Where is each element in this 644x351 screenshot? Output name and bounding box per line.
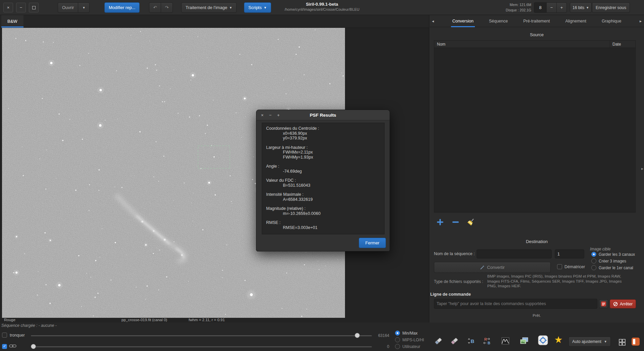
eraser-icon bbox=[450, 336, 459, 346]
single-view-button[interactable] bbox=[630, 337, 641, 347]
minus-icon: − bbox=[550, 5, 553, 10]
image-processing-label: Traitement de l'image bbox=[186, 5, 227, 10]
tab-graphique[interactable]: Graphique bbox=[602, 15, 621, 27]
psf-results-dialog: × − + PSF Results Coordonnées du Centroï… bbox=[256, 110, 390, 251]
command-log-button[interactable] bbox=[599, 299, 608, 308]
slider-track[interactable] bbox=[31, 335, 372, 336]
bit-format-dropdown[interactable]: 16 bits ▼ bbox=[570, 2, 592, 13]
truncate-checkbox[interactable] bbox=[2, 333, 7, 338]
dialog-titlebar[interactable]: × − + PSF Results bbox=[256, 110, 390, 120]
photometry-button[interactable] bbox=[538, 335, 548, 345]
scale-mips-row: MIPS-LO/HI bbox=[395, 337, 424, 342]
high-cut-slider[interactable] bbox=[31, 332, 372, 339]
low-cut-value: 0 bbox=[374, 344, 389, 349]
column-date[interactable]: Date bbox=[610, 41, 635, 48]
tabs-scroll-right-button[interactable]: ▸ bbox=[640, 15, 642, 27]
radio-keep-3-channels[interactable] bbox=[591, 252, 596, 257]
status-ready: Prêt. bbox=[430, 313, 644, 317]
tabs-scroll-left-button[interactable]: ◂ bbox=[432, 15, 434, 27]
tab-alignement[interactable]: Alignement bbox=[565, 15, 586, 27]
link-channels-icon[interactable] bbox=[9, 344, 16, 350]
slider-handle[interactable] bbox=[355, 333, 360, 338]
panel-expand-arrow[interactable]: ▸ bbox=[641, 166, 643, 171]
radio-keep-first-channel-label: Garder le 1er canal bbox=[599, 266, 633, 270]
dialog-close-button[interactable]: × bbox=[260, 113, 265, 118]
grid-view-button[interactable] bbox=[617, 337, 628, 347]
minimize-view-button[interactable]: − bbox=[16, 3, 26, 12]
slider-handle[interactable] bbox=[31, 344, 36, 349]
command-input[interactable] bbox=[434, 299, 597, 309]
slider-track[interactable] bbox=[31, 346, 372, 347]
user-label: Utilisateur bbox=[402, 344, 420, 349]
channel-label: Rouge bbox=[4, 318, 15, 322]
remove-files-button[interactable] bbox=[451, 218, 460, 226]
tab-sequence[interactable]: Séquence bbox=[489, 15, 508, 27]
redo-button[interactable]: ↷ bbox=[161, 2, 173, 13]
histogram-button[interactable] bbox=[500, 336, 511, 346]
memory-label: Mem: 121.6M bbox=[506, 2, 531, 7]
star-detection-button[interactable]: ★ bbox=[553, 335, 564, 345]
tab-conversion[interactable]: Conversion bbox=[452, 15, 474, 27]
restore-view-button[interactable] bbox=[29, 3, 39, 12]
restore-icon bbox=[32, 6, 36, 9]
blue-channel-swap-button[interactable]: B bbox=[465, 336, 476, 346]
add-files-button[interactable] bbox=[436, 218, 444, 226]
low-cut-slider[interactable] bbox=[31, 343, 372, 350]
radio-user[interactable] bbox=[395, 344, 400, 349]
radio-row-create-3-images: Créer 3 images bbox=[591, 258, 626, 264]
psf-section: Angle : -74.69deg bbox=[266, 164, 382, 174]
tab-pretraitement[interactable]: Pré-traitement bbox=[523, 15, 550, 27]
radio-row-keep-first-channel: Garder le 1er canal bbox=[591, 265, 633, 270]
dialog-minimize-button[interactable]: − bbox=[268, 113, 273, 118]
channel-swap-button[interactable]: R B bbox=[481, 336, 492, 346]
save-as-button[interactable]: Enregistrer sous bbox=[592, 2, 630, 13]
clear-list-button[interactable] bbox=[466, 218, 475, 226]
increase-button[interactable]: + bbox=[556, 2, 567, 13]
stop-icon bbox=[613, 302, 618, 306]
false-color-button[interactable] bbox=[449, 336, 460, 346]
bit-depth-input[interactable]: 8 bbox=[534, 2, 547, 13]
radio-keep-first-channel[interactable] bbox=[591, 265, 596, 270]
psf-section-label: Intensité Maximale : bbox=[266, 192, 382, 197]
dialog-maximize-button[interactable]: + bbox=[276, 113, 281, 118]
dialog-fermer-button[interactable]: Fermer bbox=[359, 238, 386, 248]
low-cut-checkbox[interactable] bbox=[2, 344, 7, 349]
convert-button[interactable]: Convertir bbox=[434, 262, 551, 273]
psf-value: FWHMx=2.11px bbox=[283, 150, 382, 155]
radio-minmax[interactable] bbox=[395, 331, 400, 336]
start-index-input[interactable] bbox=[555, 249, 584, 258]
resources-info: Mem: 121.6M Disque : 202.1G bbox=[506, 2, 531, 13]
sequence-frames-button[interactable] bbox=[519, 336, 530, 346]
undo-button[interactable]: ↶ bbox=[149, 2, 161, 13]
command-line-heading: Ligne de commande bbox=[430, 292, 471, 297]
close-view-button[interactable]: × bbox=[3, 3, 13, 12]
stop-button[interactable]: Arrêter bbox=[610, 299, 636, 308]
radio-mips-lo-hi[interactable] bbox=[395, 337, 400, 342]
open-dropdown-button[interactable]: ▼ bbox=[78, 2, 90, 13]
scripts-menu-button[interactable]: Scripts ▼ bbox=[244, 2, 271, 13]
source-file-list[interactable]: Nom Date bbox=[434, 40, 636, 213]
open-button[interactable]: Ouvrir bbox=[58, 2, 78, 13]
psf-section: Valeur du FDC : B=531.516043 bbox=[266, 178, 382, 188]
change-directory-button[interactable]: Modifier rep... bbox=[104, 2, 140, 13]
tab-bw[interactable]: B&W bbox=[1, 15, 23, 27]
column-nom[interactable]: Nom bbox=[434, 42, 610, 47]
siril-window: × − Ouvrir ▼ Modifier rep... ↶ ↷ Traitem… bbox=[0, 0, 644, 351]
source-heading: Source bbox=[430, 32, 644, 37]
negative-view-button[interactable] bbox=[433, 336, 444, 346]
viewport-statusbar: Rouge pp_crosse-019.fit (canal 0) fwhm =… bbox=[0, 318, 429, 323]
sequence-name-input[interactable] bbox=[477, 249, 552, 258]
debayer-checkbox[interactable] bbox=[557, 264, 562, 269]
radio-create-3-images[interactable] bbox=[591, 258, 596, 264]
debayer-row: Dématricer bbox=[557, 264, 585, 269]
decrease-button[interactable]: − bbox=[546, 2, 557, 13]
psf-value: B=531.516043 bbox=[283, 183, 382, 188]
bit-depth-spinner: 8 − + bbox=[534, 2, 567, 13]
debayer-label: Dématricer bbox=[564, 265, 585, 269]
working-directory: /home/cyril/Images/siril/Crosse/Couleur/… bbox=[285, 7, 359, 11]
image-processing-menu-button[interactable]: Traitement de l'image ▼ bbox=[181, 2, 237, 13]
control-tabs: ◂ Conversion Séquence Pré-traitement Ali… bbox=[430, 15, 644, 27]
window-title-block: Siril-0.99.1-beta /home/cyril/Images/sir… bbox=[285, 2, 359, 11]
bright-star bbox=[250, 293, 253, 296]
auto-adjust-dropdown[interactable]: Auto ajustement ▼ bbox=[568, 337, 611, 347]
